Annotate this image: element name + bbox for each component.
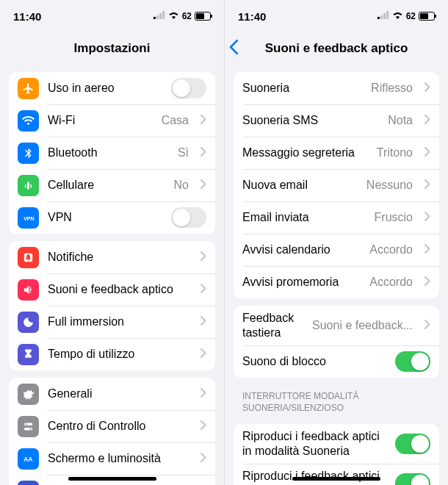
- list-item[interactable]: Messaggio segreteriaTritono: [234, 137, 439, 169]
- row-value: Accordo: [369, 243, 413, 256]
- row-value: Riflesso: [371, 82, 413, 95]
- row-label: Suoneria: [242, 81, 362, 96]
- chevron-right-icon: [200, 453, 206, 464]
- row-label: Schermo e luminosità: [48, 451, 189, 466]
- list-item[interactable]: Avvisi promemoriaAccordo: [234, 266, 439, 298]
- svg-rect-8: [24, 427, 32, 430]
- group-notifications: NotificheSuoni e feedback apticoFull imm…: [9, 241, 215, 370]
- battery-icon: [195, 12, 211, 21]
- list-item[interactable]: Notifiche: [9, 241, 215, 273]
- gear-icon: [18, 384, 39, 405]
- list-item[interactable]: Suono di blocco: [234, 345, 439, 378]
- list-item[interactable]: BluetoothSì: [9, 137, 215, 169]
- list-item[interactable]: Riproduci i feedback aptici in modalità …: [234, 464, 439, 485]
- toggle[interactable]: [171, 207, 206, 228]
- row-label: Cellulare: [48, 178, 165, 193]
- page-title: Suoni e feedback aptico: [265, 41, 408, 56]
- svg-rect-0: [153, 17, 156, 19]
- status-bar: 11:40 62: [225, 0, 448, 32]
- svg-rect-3: [162, 11, 165, 19]
- bell-icon: [18, 247, 39, 268]
- list-item[interactable]: Centro di Controllo: [9, 410, 215, 442]
- row-label: Bluetooth: [48, 146, 169, 160]
- navbar-sounds: Suoni e feedback aptico: [225, 32, 448, 65]
- list-item[interactable]: Full immersion: [9, 306, 215, 338]
- back-button[interactable]: [229, 40, 238, 59]
- list-item[interactable]: Uso in aereo: [9, 72, 215, 104]
- signal-icon: [377, 11, 389, 21]
- svg-rect-6: [24, 423, 32, 425]
- battery-text: 62: [182, 11, 192, 21]
- svg-rect-19: [383, 13, 386, 19]
- row-label: Uso in aereo: [48, 81, 162, 96]
- svg-text:AA: AA: [24, 456, 32, 463]
- vpn-icon: VPN: [18, 207, 39, 229]
- toggle[interactable]: [395, 473, 430, 485]
- list-item[interactable]: Email inviataFruscio: [234, 201, 439, 234]
- row-label: Notifiche: [48, 250, 189, 265]
- list-item[interactable]: Riproduci i feedback aptici in modalità …: [234, 424, 439, 464]
- wifi-icon: [168, 11, 179, 21]
- list-item[interactable]: VPNVPN: [9, 201, 215, 234]
- row-value: Tritono: [377, 146, 413, 159]
- row-label: Wi-Fi: [48, 113, 153, 128]
- status-time: 11:40: [238, 10, 266, 23]
- grid-icon: [18, 481, 39, 486]
- list-item[interactable]: Generali: [9, 378, 215, 410]
- home-indicator[interactable]: [68, 477, 156, 481]
- list-item[interactable]: Feedback tastieraSuoni e feedback...: [234, 306, 439, 345]
- list-item[interactable]: Suoni e feedback aptico: [9, 273, 215, 306]
- home-indicator[interactable]: [292, 477, 380, 481]
- row-label: Messaggio segreteria: [242, 146, 368, 160]
- list-item[interactable]: CellulareNo: [9, 169, 215, 201]
- chevron-right-icon: [424, 212, 430, 223]
- list-item[interactable]: Avvisi calendarioAccordo: [234, 234, 439, 266]
- svg-rect-18: [380, 15, 383, 19]
- toggle[interactable]: [171, 78, 206, 98]
- sounds-list[interactable]: SuoneriaRiflessoSuoneria SMSNotaMessaggi…: [225, 65, 448, 485]
- row-label: Riproduci i feedback aptici in modalità …: [242, 429, 386, 459]
- chevron-right-icon: [200, 115, 206, 126]
- status-time: 11:40: [13, 10, 41, 23]
- toggle[interactable]: [395, 434, 430, 454]
- chevron-right-icon: [200, 284, 206, 295]
- battery-icon: [419, 12, 435, 21]
- list-item[interactable]: AASchermo e luminosità: [9, 442, 215, 475]
- chevron-right-icon: [200, 420, 206, 432]
- group-connectivity: Uso in aereoWi-FiCasaBluetoothSìCellular…: [9, 72, 215, 234]
- bt-icon: [18, 143, 39, 164]
- row-value: Nessuno: [366, 179, 413, 192]
- group-general: GeneraliCentro di ControlloAASchermo e l…: [9, 378, 215, 485]
- row-value: Casa: [162, 114, 189, 127]
- chevron-right-icon: [200, 316, 206, 328]
- list-item[interactable]: Tempo di utilizzo: [9, 338, 215, 370]
- svg-rect-17: [377, 17, 380, 19]
- list-item[interactable]: Suoneria SMSNota: [234, 104, 439, 137]
- list-item[interactable]: Nuova emailNessuno: [234, 169, 439, 201]
- group-sounds: SuoneriaRiflessoSuoneria SMSNotaMessaggi…: [234, 72, 439, 298]
- list-item[interactable]: Wi-FiCasa: [9, 104, 215, 137]
- row-label: Tempo di utilizzo: [48, 347, 189, 362]
- chevron-right-icon: [200, 348, 206, 360]
- chevron-right-icon: [424, 82, 430, 94]
- settings-list[interactable]: Uso in aereoWi-FiCasaBluetoothSìCellular…: [0, 65, 224, 485]
- wifi-icon: [392, 11, 403, 21]
- moon-icon: [18, 312, 39, 333]
- group-haptics: Riproduci i feedback aptici in modalità …: [234, 424, 439, 485]
- wifi-icon: [18, 110, 39, 132]
- sound-icon: [18, 279, 39, 301]
- row-label: Generali: [48, 387, 189, 401]
- svg-point-7: [26, 423, 27, 425]
- list-item[interactable]: SuoneriaRiflesso: [234, 72, 439, 104]
- row-value: Sì: [178, 146, 189, 159]
- row-label: Suoni e feedback aptico: [48, 282, 189, 297]
- page-title: Impostazioni: [74, 41, 151, 56]
- navbar-settings: Impostazioni: [0, 32, 224, 65]
- row-value: Suoni e feedback...: [312, 319, 413, 332]
- row-label: Centro di Controllo: [48, 419, 189, 434]
- row-value: Nota: [388, 114, 413, 127]
- cell-icon: [18, 175, 39, 196]
- svg-rect-1: [156, 15, 159, 19]
- svg-text:VPN: VPN: [24, 216, 35, 222]
- toggle[interactable]: [395, 351, 430, 372]
